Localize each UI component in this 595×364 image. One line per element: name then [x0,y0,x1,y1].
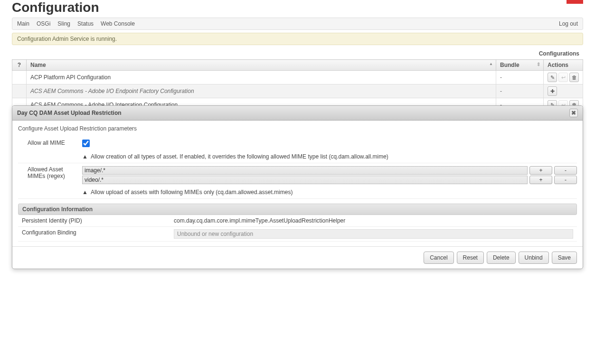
edit-button[interactable]: ✎ [548,73,557,82]
menu-webconsole[interactable]: Web Console [101,20,135,27]
dialog-header: Day CQ DAM Asset Upload Restriction ✖ [12,106,583,121]
row-actions: ✎↩🗑 [544,71,583,84]
warning-icon: ▲ [82,189,88,196]
binding-label: Configuration Binding [22,229,174,239]
pid-value: com.day.cq.dam.core.impl.mimeType.AssetU… [174,217,345,224]
row-q [12,84,27,98]
page-title: Configuration [0,0,595,15]
table-row[interactable]: ACP Platform API Configuration-✎↩🗑 [12,71,583,84]
menu-status[interactable]: Status [77,20,94,27]
menu-osgi[interactable]: OSGi [37,20,50,27]
red-tab [567,0,583,4]
menu-main[interactable]: Main [17,20,29,27]
mime-remove-button[interactable]: - [554,176,577,184]
mime-input[interactable] [82,166,528,175]
allow-all-mime-checkbox[interactable] [82,140,90,147]
dialog-title: Day CQ DAM Asset Upload Restriction [17,110,122,116]
dialog-footer: Cancel Reset Delete Unbind Save [12,246,583,250]
row-name[interactable]: ACP Platform API Configuration [27,71,496,84]
allow-all-mime-hint: Allow creation of all types of asset. If… [91,153,388,160]
row-name[interactable]: ACS AEM Commons - Adobe I/O Endpoint Fac… [27,84,496,98]
mime-row: +- [82,166,577,175]
mime-add-button[interactable]: + [529,176,552,184]
menu-sling[interactable]: Sling [57,20,70,27]
allow-all-mime-label: Allow all MIME [18,140,82,160]
config-dialog: Day CQ DAM Asset Upload Restriction ✖ Co… [12,105,583,250]
mime-add-button[interactable]: + [529,166,552,175]
mime-input[interactable] [82,176,528,184]
logout-link[interactable]: Log out [559,20,578,27]
col-question[interactable]: ? [12,60,27,71]
mime-row: +- [82,176,577,184]
warning-icon: ▲ [82,153,88,160]
delete-button[interactable]: 🗑 [569,73,579,82]
row-actions: ✚ [544,84,583,98]
binding-value: Unbound or new configuration [174,229,573,239]
allowed-mimes-hint: Allow upload of assets with following MI… [91,189,293,196]
dialog-close-button[interactable]: ✖ [569,109,578,117]
status-message: Configuration Admin Service is running. [12,33,583,45]
configurations-label: Configurations [12,48,583,59]
row-bundle: - [496,71,544,84]
add-button[interactable]: ✚ [548,86,557,96]
pid-label: Persistent Identity (PID) [22,217,174,224]
copy-button: ↩ [558,73,568,82]
row-bundle: - [496,84,544,98]
dialog-description: Configure Asset Upload Restriction param… [18,125,577,132]
close-icon: ✖ [571,110,576,116]
allowed-mimes-label: Allowed Asset MIMEs (regex) [18,166,82,196]
mime-remove-button[interactable]: - [554,166,577,175]
top-menu: Main OSGi Sling Status Web Console [17,20,135,27]
col-actions: Actions [544,60,583,71]
table-row[interactable]: ACS AEM Commons - Adobe I/O Endpoint Fac… [12,84,583,98]
col-name[interactable]: Name [27,60,496,71]
top-bar: Main OSGi Sling Status Web Console Log o… [12,18,583,30]
config-info-header: Configuration Information [18,204,577,215]
row-q [12,71,27,84]
col-bundle[interactable]: Bundle [496,60,544,71]
